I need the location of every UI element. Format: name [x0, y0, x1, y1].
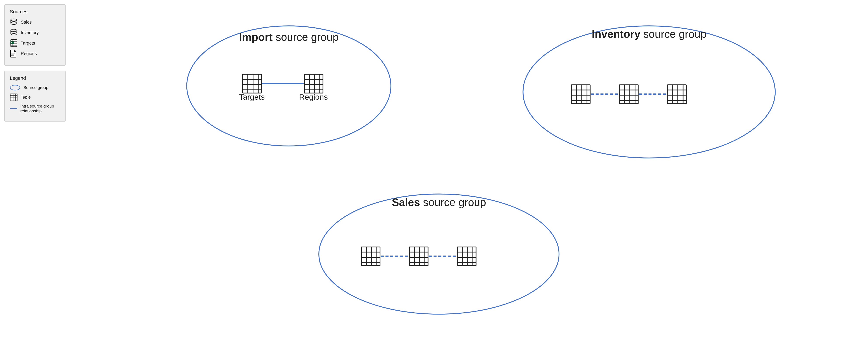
source-item-regions: csv Regions [10, 50, 60, 58]
svg-point-34 [187, 26, 391, 146]
sales-table3-icon [457, 247, 476, 266]
svg-point-19 [10, 85, 20, 90]
legend-line-icon [10, 108, 17, 109]
source-item-targets: X Targets [10, 39, 60, 47]
inventory-table2-icon [619, 85, 638, 104]
sources-title: Sources [10, 9, 60, 14]
main-diagram-area: Import source group Targets Regions Inve… [70, 0, 868, 346]
database-icon-inventory [10, 29, 18, 36]
legend-table-label: Table [21, 95, 31, 100]
svg-point-43 [319, 194, 559, 314]
source-item-inventory: Inventory [10, 29, 60, 36]
sources-panel: Sources Sales [4, 4, 66, 66]
sales-table2-icon [409, 247, 428, 266]
inventory-table1-icon [571, 85, 590, 104]
sales-table1-icon [361, 247, 380, 266]
import-regions-table-icon [304, 74, 323, 93]
import-group: Import source group Targets Regions [187, 26, 391, 146]
source-item-sales: Sales [10, 18, 60, 26]
legend-title: Legend [10, 75, 60, 81]
left-panel: Sources Sales [0, 0, 70, 346]
svg-text:X: X [10, 41, 12, 44]
excel-icon-targets: X [10, 39, 18, 47]
legend-source-group-label: Source group [23, 85, 48, 90]
source-label-sales: Sales [21, 20, 32, 25]
legend-item-table: Table [10, 93, 60, 101]
diagram-svg: Import source group Targets Regions Inve… [79, 6, 859, 340]
svg-text:Inventory source group: Inventory source group [592, 28, 707, 40]
inventory-table3-icon [668, 85, 686, 104]
legend-panel: Legend Source group Table Intra [4, 71, 66, 122]
legend-relationship-label: Intra source group relationship [20, 104, 60, 114]
source-label-targets: Targets [21, 41, 35, 46]
source-label-regions: Regions [21, 51, 37, 56]
svg-point-3 [11, 29, 17, 31]
svg-text:Targets: Targets [239, 93, 265, 101]
svg-point-0 [11, 19, 17, 21]
source-label-inventory: Inventory [21, 30, 39, 35]
svg-text:Sales source group: Sales source group [392, 196, 486, 208]
svg-text:Import source group: Import source group [239, 31, 339, 43]
svg-text:csv: csv [11, 54, 14, 56]
csv-icon-regions: csv [10, 50, 18, 58]
import-targets-table-icon [243, 74, 261, 93]
legend-item-relationship: Intra source group relationship [10, 104, 60, 114]
legend-item-source-group: Source group [10, 85, 60, 91]
database-icon-sales [10, 18, 18, 26]
inventory-group: Inventory source group [523, 26, 775, 158]
legend-table-icon [10, 93, 18, 101]
svg-point-39 [523, 26, 775, 158]
svg-text:Regions: Regions [299, 93, 328, 101]
legend-ellipse-icon [10, 85, 20, 91]
sales-group: Sales source group [319, 194, 559, 314]
